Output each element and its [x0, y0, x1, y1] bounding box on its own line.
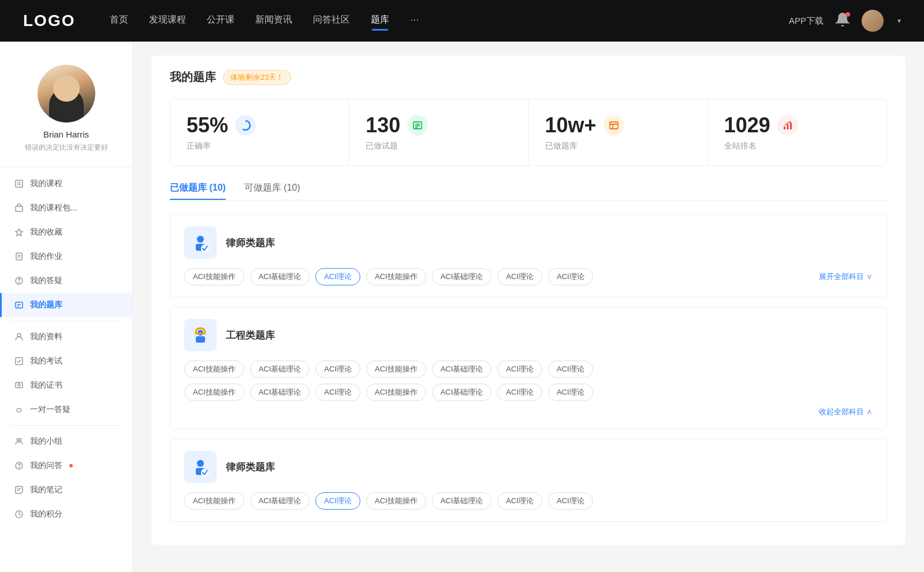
tag-0-2[interactable]: ACI理论 [315, 268, 360, 285]
sidebar-label-favorites: 我的收藏 [30, 227, 62, 237]
course-icon [14, 179, 24, 189]
sidebar-item-exam[interactable]: 我的考试 [0, 349, 132, 373]
tag-2-5[interactable]: ACI理论 [497, 492, 542, 510]
sidebar-item-profile[interactable]: 我的资料 [0, 325, 132, 349]
package-icon [14, 203, 24, 213]
stat-done-q: 130 已做试题 [349, 99, 528, 165]
sidebar-item-favorites[interactable]: 我的收藏 [0, 220, 132, 244]
tag-2-3[interactable]: ACI技能操作 [366, 492, 426, 510]
sidebar-item-package[interactable]: 我的课程包... [0, 196, 132, 220]
tag-2-6[interactable]: ACI理论 [548, 492, 593, 510]
homework-icon [14, 251, 24, 262]
profile-section: Brian Harris 错误的决定比没有决定要好 [0, 55, 132, 167]
qbank-title-2: 律师类题库 [226, 460, 275, 474]
nav-item-news[interactable]: 新闻资讯 [255, 14, 292, 28]
tag-1-r1-1[interactable]: ACI基础理论 [250, 361, 310, 378]
tag-1-r1-0[interactable]: ACI技能操作 [184, 361, 244, 378]
tab-done[interactable]: 已做题库 (10) [170, 182, 226, 200]
collapse-link-1[interactable]: 收起全部科目 ∧ [184, 407, 873, 417]
svg-rect-10 [16, 302, 23, 308]
tag-2-4[interactable]: ACI基础理论 [432, 492, 492, 510]
svg-point-13 [17, 333, 21, 337]
sidebar-item-answer[interactable]: 我的答疑 [0, 269, 132, 293]
svg-rect-39 [196, 336, 205, 343]
tag-0-3[interactable]: ACI技能操作 [366, 268, 426, 285]
tag-0-1[interactable]: ACI基础理论 [250, 268, 310, 285]
sidebar-item-group[interactable]: 我的小组 [0, 429, 132, 454]
tag-1-r2-1[interactable]: ACI基础理论 [250, 384, 310, 401]
nav-menu: 首页 发现课程 公开课 新闻资讯 问答社区 题库 ··· [110, 14, 789, 28]
nav-item-home[interactable]: 首页 [110, 14, 128, 28]
tag-1-r1-5[interactable]: ACI理论 [497, 361, 542, 378]
tag-1-r2-2[interactable]: ACI理论 [315, 384, 360, 401]
sidebar-item-homework[interactable]: 我的作业 [0, 244, 132, 269]
svg-point-18 [19, 439, 21, 441]
stat-done-b: 10w+ 已做题库 [529, 99, 708, 165]
tag-1-r2-3[interactable]: ACI技能操作 [366, 384, 426, 401]
qbank-header-0: 律师类题库 [184, 226, 873, 259]
tag-1-r1-6[interactable]: ACI理论 [548, 361, 593, 378]
stat-done-b-value: 10w+ [545, 113, 597, 138]
tab-available[interactable]: 可做题库 (10) [244, 182, 300, 200]
tag-0-0[interactable]: ACI技能操作 [184, 268, 244, 285]
nav-item-open[interactable]: 公开课 [207, 14, 234, 28]
sidebar-item-notes[interactable]: 我的笔记 [0, 478, 132, 502]
nav-item-qbank[interactable]: 题库 [371, 14, 389, 28]
sidebar-label-score: 我的积分 [30, 509, 62, 519]
tag-1-r2-5[interactable]: ACI理论 [497, 384, 542, 401]
sidebar-label-package: 我的课程包... [30, 203, 77, 213]
svg-rect-29 [610, 122, 618, 129]
done-b-icon [603, 115, 624, 136]
user-menu-chevron[interactable]: ▾ [897, 17, 901, 25]
sidebar-item-course[interactable]: 我的课程 [0, 172, 132, 196]
tag-1-r1-2[interactable]: ACI理论 [315, 361, 360, 378]
tag-1-r2-4[interactable]: ACI基础理论 [432, 384, 492, 401]
tag-1-r1-4[interactable]: ACI基础理论 [432, 361, 492, 378]
qbank-card-2: 律师类题库 ACI技能操作 ACI基础理论 ACI理论 ACI技能操作 ACI基… [170, 439, 887, 522]
stat-done-q-value: 130 [366, 113, 400, 138]
stat-done-b-label: 已做题库 [545, 141, 691, 151]
expand-link-0[interactable]: 展开全部科目 ∨ [819, 272, 873, 282]
stat-rank-label: 全站排名 [724, 141, 870, 151]
stats-row: 55% 正确率 130 [170, 99, 887, 166]
tag-1-r1-3[interactable]: ACI技能操作 [366, 361, 426, 378]
qbank-icon [14, 300, 24, 310]
sidebar-item-score[interactable]: 我的积分 [0, 502, 132, 526]
trial-badge: 体验剩余23天！ [223, 70, 291, 85]
content-panel: 我的题库 体验剩余23天！ 55% 正确率 [151, 55, 906, 545]
score-icon [14, 509, 24, 519]
nav-item-qa[interactable]: 问答社区 [313, 14, 350, 28]
sidebar: Brian Harris 错误的决定比没有决定要好 我的课程 我的课程包... [0, 42, 133, 572]
myqa-dot [69, 464, 73, 467]
tag-2-2[interactable]: ACI理论 [315, 492, 360, 510]
stat-accuracy-top: 55% [187, 113, 333, 138]
sidebar-menu: 我的课程 我的课程包... 我的收藏 我的作业 [0, 167, 132, 531]
done-q-icon [407, 115, 428, 136]
tag-1-r2-6[interactable]: ACI理论 [548, 384, 593, 401]
svg-point-20 [19, 467, 20, 468]
tag-0-5[interactable]: ACI理论 [497, 268, 542, 285]
qbank-avatar-2 [184, 451, 217, 483]
tag-1-r2-0[interactable]: ACI技能操作 [184, 384, 244, 401]
qbank-title-0: 律师类题库 [226, 236, 275, 250]
stat-accuracy: 55% 正确率 [170, 99, 349, 165]
stat-rank-top: 1029 [724, 113, 870, 138]
tag-2-0[interactable]: ACI技能操作 [184, 492, 244, 510]
qbank-avatar-1 [184, 319, 217, 351]
myqa-icon [14, 460, 24, 471]
user-avatar[interactable] [862, 10, 884, 32]
tag-0-4[interactable]: ACI基础理论 [432, 268, 492, 285]
stat-accuracy-label: 正确率 [187, 141, 333, 151]
nav-right: APP下载 ▾ [789, 10, 901, 32]
nav-item-courses[interactable]: 发现课程 [149, 14, 186, 28]
sidebar-item-myqa[interactable]: 我的问答 [0, 454, 132, 478]
tag-2-1[interactable]: ACI基础理论 [250, 492, 310, 510]
nav-item-more[interactable]: ··· [410, 14, 419, 28]
app-download-button[interactable]: APP下载 [789, 16, 824, 27]
tag-0-6[interactable]: ACI理论 [548, 268, 593, 285]
sidebar-item-cert[interactable]: 我的证书 [0, 373, 132, 398]
sidebar-item-oneone[interactable]: 一对一答疑 [0, 398, 132, 422]
star-icon [14, 227, 24, 237]
notification-bell[interactable] [835, 12, 850, 29]
sidebar-item-qbank[interactable]: 我的题库 [0, 293, 132, 317]
